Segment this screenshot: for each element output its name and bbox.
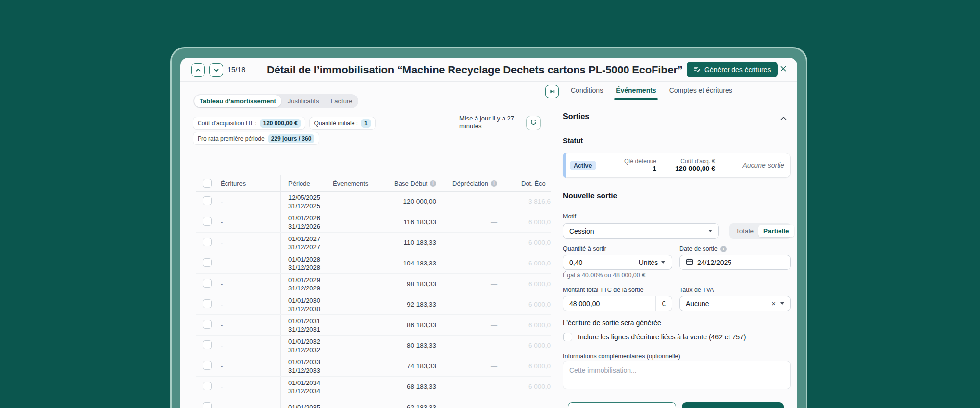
- secondary-action-button[interactable]: [568, 402, 676, 408]
- collapse-sorties-chevron[interactable]: [780, 114, 787, 122]
- row-checkbox[interactable]: [203, 320, 212, 329]
- generate-entries-button[interactable]: Générer des écritures: [687, 62, 778, 77]
- chip-acquisition-cost: Coût d’acquisition HT : 120 000,00 €: [193, 117, 305, 130]
- include-sale-lines-row: Inclure les lignes d’écriture liées à la…: [563, 333, 746, 341]
- close-icon: [780, 65, 787, 74]
- header-separator: [249, 62, 249, 77]
- table-row: - 01/01/203431/12/2034 68 183,33 — 6 000…: [196, 377, 551, 397]
- include-sale-lines-checkbox[interactable]: [563, 333, 572, 341]
- table-row: - 01/01/202831/12/2028 104 183,33 — 6 00…: [196, 253, 551, 274]
- info-icon[interactable]: i: [720, 246, 727, 252]
- motif-label: Motif: [563, 213, 576, 220]
- column-depreciation: Dépréciationi: [437, 180, 501, 187]
- column-evenements: Évenements: [333, 180, 382, 187]
- table-row: - 01/01/202631/12/2026 116 183,33 — 6 00…: [196, 212, 551, 233]
- row-checkbox[interactable]: [203, 299, 212, 308]
- tab-evenements[interactable]: Événements: [616, 86, 656, 100]
- column-periode: Période: [280, 175, 333, 191]
- info-icon[interactable]: i: [491, 180, 497, 187]
- mode-totale-option[interactable]: Totale: [731, 225, 758, 237]
- refresh-icon: [530, 119, 537, 128]
- row-checkbox[interactable]: [203, 196, 212, 205]
- tab-justificatifs[interactable]: Justificatifs: [282, 95, 325, 107]
- total-amount-input[interactable]: [563, 300, 655, 308]
- collapse-panel-icon: [550, 87, 555, 96]
- chevron-down-icon: [708, 230, 712, 232]
- tab-conditions[interactable]: Conditions: [571, 86, 603, 100]
- column-dotation: Dot. Éco: [501, 180, 551, 187]
- clear-icon[interactable]: ×: [771, 300, 776, 307]
- right-tab-bar: Conditions Événements Comptes et écritur…: [571, 86, 732, 100]
- modal-header: 15/18 Détail de l’immobilisation “Machin…: [180, 58, 797, 82]
- table-row: - 01/01/202731/12/2027 110 183,33 — 6 00…: [196, 233, 551, 253]
- motif-select[interactable]: Cession: [563, 223, 719, 239]
- row-checkbox[interactable]: [203, 382, 212, 390]
- next-asset-button[interactable]: [209, 63, 223, 77]
- table-row: - 01/01/203031/12/2030 92 183,33 — 6 000…: [196, 294, 551, 315]
- status-card: Active Qté détenue 1 Coût d’acq. € 120 0…: [563, 153, 791, 178]
- row-checkbox[interactable]: [203, 402, 212, 408]
- row-checkbox[interactable]: [203, 217, 212, 226]
- statut-heading: Statut: [563, 137, 583, 144]
- quantity-label: Quantité à sortir: [563, 245, 606, 252]
- page-background: { "colors": { "accent": "#0E6157", "fram…: [0, 0, 980, 408]
- chevron-down-icon: [780, 302, 784, 305]
- exit-date-label: Date de sortie i: [679, 245, 727, 252]
- info-chips-row-1: Coût d’acquisition HT : 120 000,00 € Qua…: [193, 117, 376, 130]
- acquisition-cost: Coût d’acq. € 120 000,00 €: [666, 158, 715, 173]
- quantity-input[interactable]: [563, 259, 632, 266]
- chevron-down-icon: [661, 261, 665, 264]
- table-row: - 01/01/203231/12/2032 80 183,33 — 6 000…: [196, 336, 551, 356]
- events-side-panel: Conditions Événements Comptes et écritur…: [552, 82, 797, 408]
- currency-suffix: €: [655, 296, 672, 311]
- row-checkbox[interactable]: [203, 279, 212, 288]
- status-badge: Active: [570, 161, 596, 170]
- close-button[interactable]: [777, 63, 790, 76]
- table-header-row: Écritures Période Évenements Base Débuti…: [196, 175, 551, 192]
- table-row: - 01/01/202931/12/2029 98 183,33 — 6 000…: [196, 274, 551, 294]
- row-checkbox[interactable]: [203, 258, 212, 267]
- row-checkbox[interactable]: [203, 340, 212, 349]
- chip-initial-quantity: Quantité initiale : 1: [309, 117, 376, 130]
- info-icon[interactable]: i: [430, 180, 436, 187]
- table-row: - 01/01/203131/12/2031 86 183,33 — 6 000…: [196, 315, 551, 336]
- unit-select[interactable]: Unités: [632, 255, 672, 269]
- notes-textarea[interactable]: [563, 361, 791, 389]
- last-updated-text: Mise à jour il y a 27 minutes: [459, 115, 514, 130]
- chip-prorata: Pro rata première période 229 jours / 36…: [193, 132, 319, 145]
- vat-rate-select[interactable]: Aucune ×: [679, 296, 791, 311]
- amortization-table: Écritures Période Évenements Base Débuti…: [196, 175, 551, 408]
- tab-comptes-ecritures[interactable]: Comptes et écritures: [669, 86, 732, 100]
- table-row: - 01/01/203331/12/2033 74 183,33 — 6 000…: [196, 356, 551, 377]
- sorties-section-title: Sorties: [563, 112, 589, 121]
- primary-action-button[interactable]: [682, 402, 784, 408]
- initial-quantity-value: 1: [361, 119, 371, 128]
- notes-label: Informations complémentaires (optionnell…: [563, 353, 680, 360]
- row-checkbox[interactable]: [203, 361, 212, 370]
- row-checkbox[interactable]: [203, 238, 212, 246]
- quantity-held: Qté détenue 1: [612, 158, 656, 173]
- left-tab-bar: Tableau d’amortissement Justificatifs Fa…: [193, 94, 358, 108]
- column-base-debut: Base Débuti: [382, 180, 437, 187]
- select-all-checkbox[interactable]: [203, 179, 212, 188]
- exit-date-input[interactable]: [679, 255, 791, 270]
- column-ecritures: Écritures: [221, 180, 280, 187]
- status-accent-bar: [563, 153, 566, 178]
- no-exit-text: Aucune sortie: [742, 161, 784, 169]
- mode-partielle-option[interactable]: Partielle: [758, 225, 794, 237]
- modal-frame: 15/18 Détail de l’immobilisation “Machin…: [170, 47, 807, 408]
- prorata-value: 229 jours / 360: [268, 134, 315, 143]
- tab-facture[interactable]: Facture: [325, 95, 357, 107]
- equivalence-hint: Égal à 40.00% ou 48 000,00 €: [563, 272, 645, 279]
- collapse-panel-button[interactable]: [545, 85, 559, 98]
- total-amount-label: Montant total TTC de la sortie: [563, 287, 643, 293]
- chevron-down-icon: [213, 67, 219, 73]
- refresh-button[interactable]: [526, 116, 541, 130]
- exit-date-value[interactable]: [697, 259, 790, 266]
- calendar-icon: [686, 258, 693, 267]
- asset-detail-modal: 15/18 Détail de l’immobilisation “Machin…: [180, 58, 797, 408]
- previous-asset-button[interactable]: [191, 63, 205, 77]
- nouvelle-sortie-heading: Nouvelle sortie: [563, 192, 617, 200]
- tab-tableau-amortissement[interactable]: Tableau d’amortissement: [194, 95, 281, 107]
- include-sale-lines-label: Inclure les lignes d’écriture liées à la…: [578, 333, 746, 341]
